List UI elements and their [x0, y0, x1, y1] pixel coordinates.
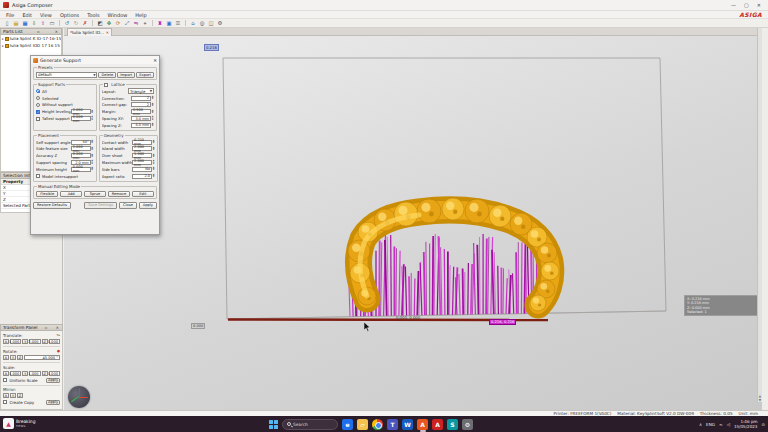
undo-icon[interactable]: ↺ — [63, 20, 71, 27]
contact-width-input[interactable]: 0.210 mm — [132, 140, 152, 145]
wifi-icon[interactable]: ≈ — [719, 422, 723, 427]
mirror-axis-y-button[interactable]: Y — [10, 393, 16, 398]
height-leveling-input[interactable]: 2.000 mm — [71, 109, 91, 114]
minimize-button[interactable]: — — [731, 2, 736, 8]
panel-pin-icon[interactable]: ▫ — [37, 29, 41, 34]
new-file-icon[interactable]: ▯ — [3, 20, 11, 27]
zoom-fit-icon[interactable]: ◎ — [198, 20, 206, 27]
spinner-down-icon[interactable]: ▼ — [151, 119, 154, 121]
taskbar-app-edge[interactable]: e — [342, 419, 353, 430]
preset-export-button[interactable]: Export — [136, 72, 154, 78]
uniform-scale-checkbox[interactable] — [3, 378, 7, 382]
tray-chevron-icon[interactable]: ∧ — [699, 422, 702, 427]
translate-y-input[interactable]: 2.000 — [29, 339, 40, 344]
spacing-xy-input[interactable]: 3.0 mm — [131, 116, 151, 121]
model-intersupport-checkbox[interactable] — [36, 174, 40, 178]
preset-import-button[interactable]: Import — [117, 72, 135, 78]
edit-button[interactable]: Edit — [132, 191, 154, 197]
minimum-height-spinner[interactable]: ▲▼ — [91, 167, 94, 172]
taskbar-app-settings[interactable]: ⚙ — [462, 419, 473, 430]
spinner-down-icon[interactable]: ▼ — [151, 98, 154, 100]
slice-icon[interactable]: ☰ — [174, 20, 182, 27]
connect-gap-input[interactable]: 2 — [131, 102, 151, 107]
accuracy-z-input[interactable]: 0.000 mm — [71, 153, 91, 158]
document-tab[interactable]: *Iulia Splint IO... ✕ — [67, 28, 112, 36]
taskbar-app-word[interactable]: W — [402, 419, 413, 430]
dialog-close-icon[interactable]: ✕ — [153, 58, 157, 63]
spinner-down-icon[interactable]: ▼ — [91, 142, 94, 144]
save-icon[interactable]: ▦ — [21, 20, 29, 27]
menu-item-options[interactable]: Options — [56, 12, 83, 18]
height-leveling-checkbox[interactable]: ✓ — [36, 110, 40, 114]
3d-scene[interactable] — [64, 36, 762, 410]
orientation-gizmo[interactable] — [68, 386, 90, 408]
rotate-icon[interactable]: ⟳ — [114, 20, 122, 27]
viewport-scrollbar[interactable]: ▲▼ — [757, 28, 762, 402]
minimum-height-input[interactable]: 0.000 mm — [71, 167, 91, 172]
measure-icon[interactable]: ⌖ — [141, 20, 149, 27]
support-icon[interactable]: ♜ — [156, 20, 164, 27]
taskbar-app-composer[interactable]: A — [417, 419, 428, 430]
layout-select[interactable]: Triangle ▼ — [128, 88, 154, 94]
taskbar-clock[interactable]: 1:46 pm 15/05/2023 — [734, 419, 758, 429]
margin-input[interactable]: 0.500 mm — [131, 109, 151, 114]
restore-defaults-button[interactable]: Restore Defaults — [33, 202, 71, 209]
island-width-input[interactable]: 2.000 mm — [132, 146, 152, 151]
widgets-button[interactable]: ▲ Breaking news — [3, 418, 35, 429]
translate-x-input[interactable]: 1.000 — [10, 339, 21, 344]
remove-button[interactable]: Remove — [108, 191, 130, 197]
rotate-axis-y-button[interactable]: Y — [10, 355, 16, 360]
side-feature-size-spinner[interactable]: ▲▼ — [91, 146, 94, 151]
rotate-angle-input[interactable]: 45.000 ° — [24, 355, 60, 360]
select-icon[interactable]: ◩ — [96, 20, 104, 27]
translate-z-input[interactable]: 1.000 — [49, 339, 60, 344]
menu-item-edit[interactable]: Edit — [18, 12, 36, 18]
settings-icon[interactable]: ⚙ — [216, 20, 224, 27]
move-icon[interactable]: ✥ — [105, 20, 113, 27]
without-support-radio[interactable] — [36, 103, 40, 107]
print-icon[interactable]: ▭ — [48, 20, 56, 27]
expand-caret-icon[interactable]: ▸ — [2, 37, 4, 41]
spinner-down-icon[interactable]: ▼ — [152, 169, 155, 171]
taskbar-app-acrobat[interactable]: A — [432, 419, 443, 430]
spinner-down-icon[interactable]: ▼ — [91, 112, 94, 114]
island-width-spinner[interactable]: ▲▼ — [152, 146, 155, 151]
contact-width-spinner[interactable]: ▲▼ — [152, 140, 155, 145]
open-file-icon[interactable]: ▤ — [12, 20, 20, 27]
collapse-icon[interactable]: ▾▴ — [57, 333, 60, 337]
create-copy-checkbox[interactable] — [3, 400, 7, 404]
parts-list-item[interactable]: ▸Iulia Splint IOD 17 16 15 1... — [1, 42, 61, 49]
start-button[interactable] — [268, 419, 278, 429]
support-spacing-input[interactable]: 2.0 mm — [71, 160, 91, 165]
camera-home-icon[interactable]: ⌂ — [189, 20, 197, 27]
connect-gap-spinner[interactable]: ▲▼ — [151, 102, 154, 107]
import-icon[interactable]: ⇩ — [30, 20, 38, 27]
rotate-axis-z-button[interactable]: Z — [17, 355, 23, 360]
support-spacing-spinner[interactable]: ▲▼ — [91, 160, 94, 165]
close-button[interactable]: ✕ — [757, 2, 761, 8]
spacing-xy-spinner[interactable]: ▲▼ — [151, 116, 154, 121]
spinner-down-icon[interactable]: ▼ — [91, 156, 94, 158]
tab-close-icon[interactable]: ✕ — [106, 30, 109, 35]
tallest-support-input[interactable]: 0.000 mm — [71, 116, 91, 121]
tallest-support-spinner[interactable]: ▲▼ — [91, 116, 94, 121]
menu-item-window[interactable]: Window — [104, 12, 132, 18]
spacing-z-input[interactable]: 5.0 mm — [131, 123, 151, 128]
sprue-button[interactable]: Sprue — [84, 191, 106, 197]
maximize-button[interactable]: ▢ — [744, 2, 749, 8]
expand-caret-icon[interactable]: ▸ — [2, 44, 4, 48]
self-support-angle-spinner[interactable]: ▲▼ — [91, 140, 94, 145]
spinner-down-icon[interactable]: ▼ — [91, 119, 94, 121]
spinner-down-icon[interactable]: ▼ — [152, 156, 155, 158]
spinner-down-icon[interactable]: ▼ — [152, 163, 155, 165]
over-shoot-input[interactable]: 1.000 mm — [132, 153, 152, 158]
3d-viewport[interactable]: *Iulia Splint IO... ✕ 0.216 0.000 0.000,… — [64, 28, 762, 410]
close-button[interactable]: Close — [119, 202, 137, 209]
panel-close-icon[interactable]: ✕ — [55, 29, 59, 34]
wireframe-icon[interactable]: ◫ — [207, 20, 215, 27]
rotate-reset-icon[interactable]: ● — [57, 349, 60, 353]
scale-z-input[interactable]: 1.000 — [49, 371, 60, 376]
taskbar-app-store[interactable]: S — [447, 419, 458, 430]
taskbar-app-file-explorer[interactable]: ▱ — [357, 419, 368, 430]
side-bars-input[interactable]: No — [132, 167, 152, 172]
